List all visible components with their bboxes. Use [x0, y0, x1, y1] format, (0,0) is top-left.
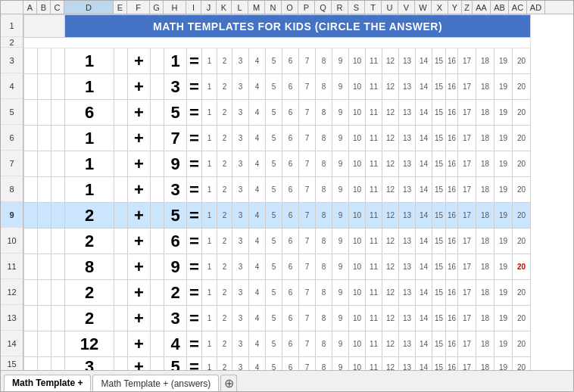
- row-num-3[interactable]: 3: [1, 48, 23, 73]
- col-AC[interactable]: AC: [509, 1, 527, 14]
- col-K[interactable]: K: [217, 1, 232, 14]
- row-num-2[interactable]: 2: [1, 37, 23, 48]
- num1-row10: 2: [65, 229, 114, 254]
- num1-row3: 1: [65, 48, 114, 74]
- tab-math-template-answers-label: Math Template + (answers): [101, 378, 211, 389]
- col-J[interactable]: J: [201, 1, 217, 14]
- num1-row6: 1: [65, 126, 114, 151]
- col-L[interactable]: L: [232, 1, 248, 14]
- col-D[interactable]: D: [64, 1, 114, 14]
- op-row7: +: [128, 151, 151, 177]
- col-AA[interactable]: AA: [473, 1, 491, 14]
- grid-body: 1 2 3 4 5 6 7 8 9 10 11 12 13 14 15: [1, 14, 573, 370]
- eq-row11: =: [187, 254, 202, 280]
- col-C[interactable]: C: [51, 1, 64, 14]
- num2-row14: 4: [164, 331, 187, 357]
- num1-row13: 2: [65, 306, 114, 331]
- col-N[interactable]: N: [265, 1, 282, 14]
- problem-row-8[interactable]: 1 + 3 = 1234567891011121314151617181920: [24, 177, 531, 203]
- num1-row8: 1: [65, 177, 114, 203]
- col-I[interactable]: I: [186, 1, 201, 14]
- col-O[interactable]: O: [282, 1, 298, 14]
- col-G[interactable]: G: [150, 1, 164, 14]
- col-W[interactable]: W: [415, 1, 432, 14]
- eq-row9: =: [187, 203, 202, 229]
- problem-row-5[interactable]: 6 + 5 = 1234567891011121314151617181920: [24, 100, 531, 126]
- num1-row7: 1: [65, 151, 114, 177]
- num2-row7: 9: [164, 151, 187, 177]
- col-F[interactable]: F: [127, 1, 150, 14]
- problem-row-13[interactable]: 2 + 3 = 1234567891011121314151617181920: [24, 306, 531, 331]
- col-X[interactable]: X: [432, 1, 448, 14]
- row-num-11[interactable]: 11: [1, 254, 23, 279]
- problem-row-14[interactable]: 12 + 4 = 1234567891011121314151617181920: [24, 331, 531, 357]
- num1-row12: 2: [65, 280, 114, 306]
- row-num-13[interactable]: 13: [1, 305, 23, 331]
- num2-row3: 1: [164, 48, 187, 74]
- col-A[interactable]: A: [23, 1, 37, 14]
- col-U[interactable]: U: [382, 1, 398, 14]
- row-num-6[interactable]: 6: [1, 125, 23, 151]
- num2-row11: 9: [164, 254, 187, 280]
- col-M[interactable]: M: [248, 1, 265, 14]
- row-num-12[interactable]: 12: [1, 279, 23, 305]
- col-P[interactable]: P: [298, 1, 315, 14]
- col-H[interactable]: H: [164, 1, 186, 14]
- op-row6: +: [128, 126, 151, 151]
- tab-math-template-label: Math Template +: [12, 378, 83, 388]
- op-row5: +: [128, 100, 151, 126]
- plus-icon: ⊕: [224, 376, 234, 390]
- problem-row-3[interactable]: 1 + 1 = 1 2 3 4 5 6 7 8 9: [24, 48, 531, 74]
- row-num-10[interactable]: 10: [1, 228, 23, 254]
- title-cell: MATH TEMPLATES FOR KIDS (CIRCLE THE ANSW…: [65, 15, 531, 38]
- problem-row-6[interactable]: 1 + 7 = 1234567891011121314151617181920: [24, 126, 531, 151]
- corner-cell: [1, 1, 23, 14]
- num2-row4: 3: [164, 74, 187, 100]
- col-T[interactable]: T: [365, 1, 382, 14]
- col-Y[interactable]: Y: [448, 1, 462, 14]
- num2-row9: 5: [164, 203, 187, 229]
- num2-row13: 3: [164, 306, 187, 331]
- row-num-15[interactable]: 15: [1, 356, 23, 370]
- column-headers: A B C D E F G H I J K L M N O P Q R S T …: [1, 1, 573, 14]
- row-num-1[interactable]: 1: [1, 14, 23, 37]
- problem-row-15[interactable]: 3 + 5 = 1234567891011121314151617181920: [24, 357, 531, 371]
- problem-row-4[interactable]: 1 + 3 = 1234567891011121314151617181920: [24, 74, 531, 100]
- tab-math-template[interactable]: Math Template +: [4, 375, 91, 391]
- row-num-8[interactable]: 8: [1, 176, 23, 202]
- tab-add-button[interactable]: ⊕: [220, 375, 237, 391]
- num2-row15: 5: [164, 357, 187, 371]
- row-num-14[interactable]: 14: [1, 331, 23, 356]
- num2-row6: 7: [164, 126, 187, 151]
- eq-row10: =: [187, 229, 202, 254]
- title-row: MATH TEMPLATES FOR KIDS (CIRCLE THE ANSW…: [24, 15, 531, 38]
- col-Z[interactable]: Z: [462, 1, 473, 14]
- problem-row-10[interactable]: 2 + 6 = 1234567891011121314151617181920: [24, 229, 531, 254]
- col-V[interactable]: V: [398, 1, 415, 14]
- num2-row5: 5: [164, 100, 187, 126]
- op-row4: +: [128, 74, 151, 100]
- eq-row12: =: [187, 280, 202, 306]
- col-AB[interactable]: AB: [491, 1, 509, 14]
- problem-row-9[interactable]: 2 + 5 = 1234567891011121314151617181920: [24, 203, 531, 229]
- eq-row5: =: [187, 100, 202, 126]
- row-num-7[interactable]: 7: [1, 151, 23, 176]
- row-num-4[interactable]: 4: [1, 73, 23, 99]
- num2-row10: 6: [164, 229, 187, 254]
- main-table: MATH TEMPLATES FOR KIDS (CIRCLE THE ANSW…: [23, 14, 531, 370]
- col-E[interactable]: E: [114, 1, 127, 14]
- problem-row-7[interactable]: 1 + 9 = 1234567891011121314151617181920: [24, 151, 531, 177]
- col-R[interactable]: R: [332, 1, 348, 14]
- num1-row14: 12: [65, 331, 114, 357]
- col-S[interactable]: S: [348, 1, 365, 14]
- problem-row-12[interactable]: 2 + 2 = 1234567891011121314151617181920: [24, 280, 531, 306]
- col-Q[interactable]: Q: [315, 1, 332, 14]
- row-num-5[interactable]: 5: [1, 99, 23, 125]
- col-B[interactable]: B: [37, 1, 51, 14]
- row-num-9[interactable]: 9: [1, 202, 23, 228]
- tab-math-template-answers[interactable]: Math Template + (answers): [92, 375, 219, 391]
- eq-row3: =: [187, 48, 202, 74]
- col-AD[interactable]: AD: [527, 1, 545, 14]
- problem-row-11[interactable]: 8 + 9 = 1234567891011121314151617181920: [24, 254, 531, 280]
- num1-row15: 3: [65, 357, 114, 371]
